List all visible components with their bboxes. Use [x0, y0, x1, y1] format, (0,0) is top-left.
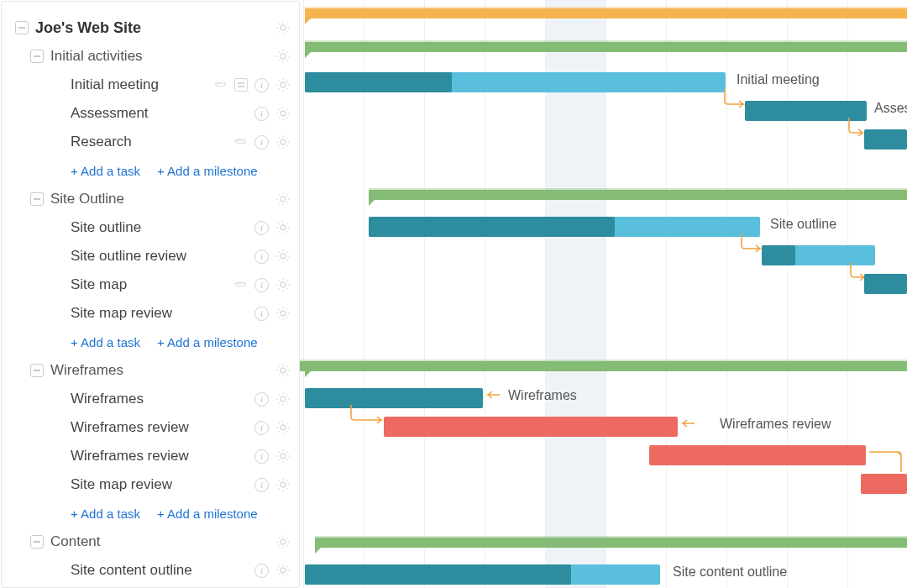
info-icon[interactable]: i: [254, 221, 269, 235]
task-label: Wireframes review: [71, 419, 189, 436]
collapse-icon[interactable]: [30, 364, 44, 377]
task-label: Site map review: [71, 476, 172, 493]
info-icon[interactable]: i: [254, 449, 269, 464]
info-icon[interactable]: i: [254, 307, 269, 321]
gear-icon[interactable]: [275, 449, 291, 464]
info-icon[interactable]: i: [254, 249, 269, 264]
gantt-bar[interactable]: [649, 445, 866, 465]
info-icon[interactable]: i: [254, 78, 269, 92]
dependency-arrow: [483, 388, 503, 402]
gantt-progress: [305, 72, 452, 92]
info-icon[interactable]: i: [254, 135, 269, 150]
gantt-chart[interactable]: Initial meeting Assessm Site outline Wir…: [300, 0, 907, 588]
gear-icon[interactable]: [275, 391, 291, 407]
gantt-bar[interactable]: [864, 129, 907, 150]
summary-bar[interactable]: [315, 536, 907, 548]
collapse-icon[interactable]: [15, 21, 29, 34]
task-row[interactable]: Research i: [2, 128, 299, 156]
gantt-progress: [369, 217, 615, 237]
collapse-icon[interactable]: [30, 192, 44, 206]
summary-bar[interactable]: [305, 40, 907, 52]
bar-label: Wireframes: [508, 388, 577, 403]
gantt-bar[interactable]: [384, 417, 678, 437]
summary-bar[interactable]: [305, 7, 907, 18]
task-label: Site content outline: [71, 562, 192, 579]
add-task-button[interactable]: + Add a task: [71, 164, 140, 178]
gear-icon[interactable]: [275, 363, 291, 378]
task-sidebar: Joe's Web Site Initial activities Initia…: [1, 1, 300, 588]
task-row[interactable]: Site map i: [2, 270, 299, 299]
group-label: Wireframes: [50, 362, 123, 379]
group-label: Content: [50, 533, 101, 550]
task-label: Wireframes review: [71, 448, 189, 465]
group-label: Site Outline: [50, 191, 124, 207]
task-label: Site outline review: [71, 248, 186, 265]
add-milestone-button[interactable]: + Add a milestone: [157, 164, 258, 178]
task-label: Assessment: [71, 105, 149, 122]
group-row[interactable]: Content: [2, 528, 299, 556]
bar-label: Wireframes review: [720, 417, 831, 432]
task-row[interactable]: Assessment i: [2, 99, 299, 128]
gear-icon[interactable]: [275, 277, 291, 292]
project-row[interactable]: Joe's Web Site: [2, 13, 299, 42]
gear-icon[interactable]: [275, 49, 291, 64]
add-row: + Add a task + Add a milestone: [2, 499, 299, 528]
group-row[interactable]: Site Outline: [2, 185, 299, 213]
info-icon[interactable]: i: [254, 278, 269, 292]
info-icon[interactable]: i: [254, 564, 269, 578]
task-label: Wireframes: [71, 391, 144, 407]
info-icon[interactable]: i: [254, 478, 269, 492]
info-icon[interactable]: i: [254, 392, 269, 407]
gear-icon[interactable]: [275, 420, 291, 435]
task-row[interactable]: Site outline review i: [2, 242, 299, 270]
task-row[interactable]: Wireframes review i: [2, 413, 299, 442]
info-icon[interactable]: i: [254, 421, 269, 435]
task-label: Site map: [71, 276, 127, 293]
add-milestone-button[interactable]: + Add a milestone: [157, 507, 258, 521]
task-row[interactable]: Site content outline i: [2, 556, 299, 585]
gear-icon[interactable]: [275, 106, 291, 121]
task-row[interactable]: Wireframes review i: [2, 442, 299, 470]
task-row[interactable]: Wireframes i: [2, 385, 299, 413]
gear-icon[interactable]: [275, 220, 291, 235]
gantt-progress: [762, 245, 795, 265]
group-row[interactable]: Initial activities: [2, 42, 299, 71]
attachment-icon[interactable]: [233, 136, 248, 148]
gear-icon[interactable]: [275, 306, 291, 321]
gantt-bar[interactable]: [864, 274, 907, 294]
collapse-icon[interactable]: [30, 535, 44, 549]
gear-icon[interactable]: [275, 534, 291, 549]
add-row: + Add a task + Add a milestone: [2, 328, 299, 356]
summary-bar[interactable]: [369, 188, 907, 200]
attachment-icon[interactable]: [212, 79, 228, 91]
gear-icon[interactable]: [275, 134, 291, 150]
gear-icon[interactable]: [275, 477, 291, 492]
gantt-progress: [305, 564, 571, 585]
gear-icon[interactable]: [275, 249, 291, 264]
gear-icon[interactable]: [275, 77, 291, 92]
group-row[interactable]: Wireframes: [2, 356, 299, 385]
task-label: Initial meeting: [71, 76, 159, 93]
add-task-button[interactable]: + Add a task: [71, 335, 140, 349]
app-root: Joe's Web Site Initial activities Initia…: [0, 0, 907, 588]
collapse-icon[interactable]: [30, 50, 44, 63]
add-task-button[interactable]: + Add a task: [71, 507, 140, 521]
bar-label: Assessm: [874, 101, 907, 116]
gear-icon[interactable]: [275, 20, 291, 35]
add-row: + Add a task + Add a milestone: [2, 156, 299, 185]
gantt-bar[interactable]: [861, 474, 907, 494]
summary-bar[interactable]: [300, 360, 907, 371]
attachment-icon[interactable]: [233, 279, 248, 291]
add-milestone-button[interactable]: + Add a milestone: [157, 335, 258, 349]
gear-icon[interactable]: [275, 192, 291, 207]
bar-label: Site content outline: [673, 564, 787, 580]
task-label: Site map review: [71, 305, 172, 322]
info-icon[interactable]: i: [254, 107, 269, 121]
task-row[interactable]: Site map review i: [2, 470, 299, 499]
task-row[interactable]: Initial meeting i: [2, 71, 299, 99]
gantt-bar[interactable]: [305, 388, 483, 408]
note-icon[interactable]: [234, 78, 248, 92]
task-row[interactable]: Site outline i: [2, 213, 299, 242]
task-row[interactable]: Site map review i: [2, 299, 299, 328]
gear-icon[interactable]: [275, 563, 291, 578]
